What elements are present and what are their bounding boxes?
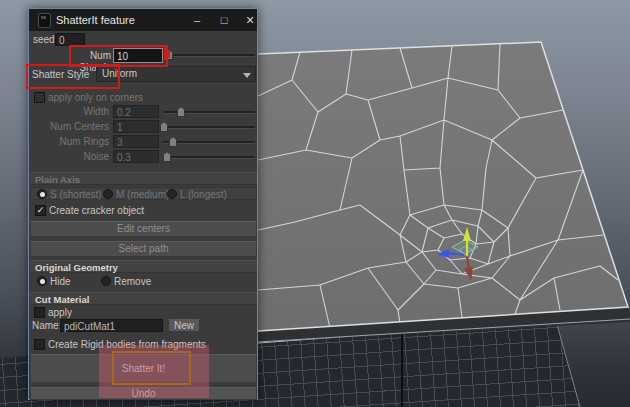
num-centers-slider-track[interactable]	[163, 126, 255, 129]
minimize-button[interactable]: –	[185, 9, 209, 31]
noise-slider-label: Noise	[29, 151, 109, 163]
edit-centers-button[interactable]: Edit centers	[30, 221, 257, 237]
axis-longest-radio[interactable]	[167, 189, 177, 199]
num-shards-slider-track[interactable]	[173, 54, 255, 57]
remove-label: Remove	[114, 276, 151, 288]
window-title: ShatterIt feature	[56, 9, 135, 31]
material-name-label: Name:	[32, 320, 61, 332]
width-slider-field[interactable]: 0.2	[113, 105, 159, 118]
hide-label: Hide	[50, 276, 71, 288]
axis-shortest-label: S (shortest)	[50, 189, 102, 201]
shattered-plane	[258, 42, 628, 331]
maximize-button[interactable]: □	[212, 9, 236, 31]
num-rings-slider-field[interactable]: 3	[113, 135, 159, 148]
remove-radio[interactable]	[101, 276, 111, 286]
shatter-style-value: Uniform	[102, 68, 137, 79]
noise-slider-field[interactable]: 0.3	[113, 150, 159, 163]
width-slider-track[interactable]	[163, 111, 255, 114]
num-rings-slider-handle[interactable]	[169, 137, 177, 147]
close-button[interactable]: ✕	[238, 9, 262, 31]
chevron-down-icon	[243, 73, 251, 78]
num-rings-slider-label: Num Rings	[29, 136, 109, 148]
material-name-field[interactable]: pdiCutMat1	[60, 319, 163, 332]
grid-right-edge	[556, 321, 580, 407]
select-path-button[interactable]: Select path	[30, 241, 257, 257]
plain-axis-header[interactable]: Plain Axis	[30, 172, 257, 185]
seed-label: seed	[33, 34, 55, 46]
create-cracker-label: Create cracker object	[49, 205, 144, 217]
apply-corners-label: apply only on corners	[48, 92, 143, 104]
num-shards-field[interactable]: 10	[113, 48, 163, 63]
noise-slider-track[interactable]	[163, 156, 255, 159]
num-shards-slider-handle[interactable]	[165, 50, 173, 60]
title-bar[interactable]: ShatterIt feature – □ ✕	[29, 9, 257, 31]
axis-longest-label: L (longest)	[180, 189, 227, 201]
create-rigid-checkbox[interactable]	[34, 339, 45, 350]
apply-material-checkbox[interactable]	[34, 307, 45, 318]
seed-field[interactable]: 0	[55, 33, 85, 46]
noise-slider-handle[interactable]	[163, 152, 171, 162]
shatterit-app-icon	[38, 13, 51, 28]
axis-medium-radio[interactable]	[103, 189, 113, 199]
shatter-style-label: Shatter Style	[32, 69, 89, 81]
create-cracker-checkbox[interactable]	[35, 205, 46, 216]
shatter-style-dropdown[interactable]: Uniform	[96, 66, 256, 82]
new-material-button[interactable]: New	[168, 319, 200, 332]
create-rigid-label: Create Rigid bodies from fragments	[48, 339, 206, 351]
maya-3d-viewport[interactable]: ShatterIt feature – □ ✕ seed 0 Num Shard…	[0, 0, 630, 407]
undo-button[interactable]: Undo	[30, 387, 257, 400]
axis-shortest-radio[interactable]	[37, 189, 47, 199]
apply-corners-checkbox[interactable]	[34, 92, 45, 103]
cut-material-header[interactable]: Cut Material	[30, 292, 257, 305]
axis-medium-label: M (medium)	[116, 189, 169, 201]
num-centers-slider-field[interactable]: 1	[113, 120, 159, 133]
shatterit-dialog: ShatterIt feature – □ ✕ seed 0 Num Shard…	[28, 8, 258, 400]
num-centers-slider-handle[interactable]	[160, 122, 168, 132]
width-slider-handle[interactable]	[177, 107, 185, 117]
width-slider-label: Width	[29, 106, 109, 118]
original-geometry-header[interactable]: Original Geometry	[30, 260, 257, 273]
shatter-it-button[interactable]: Shatter It!	[30, 354, 257, 383]
apply-material-label: apply	[48, 307, 72, 319]
num-centers-slider-label: Num Centers	[29, 121, 109, 133]
hide-radio[interactable]	[37, 276, 47, 286]
